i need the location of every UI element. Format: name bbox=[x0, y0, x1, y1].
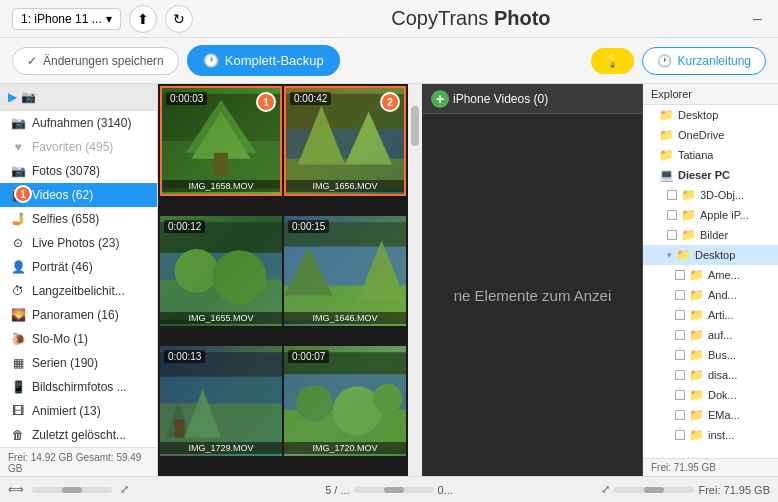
explorer-item-3dobj[interactable]: 📁 3D-Obj... bbox=[643, 185, 778, 205]
bulb-icon: 💡 bbox=[605, 54, 620, 68]
expand-right-icon[interactable]: ⤢ bbox=[601, 483, 610, 496]
explorer-item-dok[interactable]: 📁 Dok... bbox=[643, 385, 778, 405]
video-item-5[interactable]: 0:00:13 IMG_1729.MOV bbox=[160, 346, 282, 456]
refresh-icon[interactable]: ↻ bbox=[165, 5, 193, 33]
sidebar-item-panoramen[interactable]: 🌄 Panoramen (16) bbox=[0, 303, 157, 327]
device-label: 1: iPhone 11 ... bbox=[21, 12, 102, 26]
folder-icon: 📁 bbox=[676, 248, 691, 262]
checkbox[interactable] bbox=[675, 430, 685, 440]
video-duration-4: 0:00:15 bbox=[288, 220, 329, 233]
explorer-item-bilder[interactable]: 📁 Bilder bbox=[643, 225, 778, 245]
hint-button[interactable]: 💡 bbox=[591, 48, 634, 74]
folder-icon: 📁 bbox=[659, 128, 674, 142]
sidebar-item-videos[interactable]: 🎬 Videos (62) 1 bbox=[0, 183, 157, 207]
folder-icon: 📁 bbox=[659, 108, 674, 122]
explorer-item-dieserpc[interactable]: 💻 Dieser PC bbox=[643, 165, 778, 185]
video-item-4[interactable]: 0:00:15 IMG_1646.MOV bbox=[284, 216, 406, 326]
save-button[interactable]: ✓ Änderungen speichern bbox=[12, 47, 179, 75]
iphone-panel-label: iPhone Videos (0) bbox=[453, 92, 548, 106]
sidebar-item-livephotos[interactable]: ⊙ Live Photos (23) bbox=[0, 231, 157, 255]
checkbox[interactable] bbox=[675, 410, 685, 420]
explorer-item-ame[interactable]: 📁 Ame... bbox=[643, 265, 778, 285]
guide-button[interactable]: 🕐 Kurzanleitung bbox=[642, 47, 766, 75]
checkbox[interactable] bbox=[675, 310, 685, 320]
screenshot-icon: 📱 bbox=[10, 380, 26, 394]
backup-button[interactable]: 🕐 Komplett-Backup bbox=[187, 45, 340, 76]
horizontal-scrollbar-left[interactable] bbox=[32, 487, 112, 493]
scroll-thumb-left[interactable] bbox=[62, 487, 82, 493]
explorer-item-desktop[interactable]: 📁 Desktop bbox=[643, 105, 778, 125]
slomo-icon: 🐌 bbox=[10, 332, 26, 346]
minimize-button[interactable]: – bbox=[749, 10, 766, 28]
folder-icon: 📁 bbox=[689, 328, 704, 342]
checkbox[interactable] bbox=[675, 270, 685, 280]
video-badge-1: 1 bbox=[256, 92, 276, 112]
scroll-thumb-mid[interactable] bbox=[384, 487, 404, 493]
explorer-item-disa[interactable]: 📁 disa... bbox=[643, 365, 778, 385]
upload-icon[interactable]: ⬆ bbox=[129, 5, 157, 33]
explorer-item-onedrive[interactable]: 📁 OneDrive bbox=[643, 125, 778, 145]
svg-rect-22 bbox=[160, 377, 282, 404]
explorer-item-auf[interactable]: 📁 auf... bbox=[643, 325, 778, 345]
expand-icon[interactable]: ⤢ bbox=[120, 483, 129, 496]
phone-scrollbar[interactable] bbox=[408, 84, 422, 476]
panorama-icon: 🌄 bbox=[10, 308, 26, 322]
explorer-item-inst[interactable]: 📁 inst... bbox=[643, 425, 778, 445]
camera-switch-icon[interactable]: 📷 bbox=[21, 90, 36, 104]
tree-expand-icon[interactable]: ▾ bbox=[667, 250, 672, 260]
checkbox[interactable] bbox=[675, 370, 685, 380]
horizontal-scrollbar-right[interactable] bbox=[614, 487, 694, 493]
checkbox[interactable] bbox=[667, 210, 677, 220]
scroll-thumb-right[interactable] bbox=[644, 487, 664, 493]
sidebar-header: ▶ 📷 bbox=[0, 84, 157, 111]
sidebar-item-selfies[interactable]: 🤳 Selfies (658) bbox=[0, 207, 157, 231]
video-name-5: IMG_1729.MOV bbox=[160, 442, 282, 454]
sidebar-item-zuletztgeloescht[interactable]: 🗑 Zuletzt gelöscht... bbox=[0, 423, 157, 447]
explorer-item-arti[interactable]: 📁 Arti... bbox=[643, 305, 778, 325]
add-to-iphone-button[interactable]: + bbox=[431, 90, 449, 108]
svg-rect-4 bbox=[214, 153, 228, 177]
checkbox[interactable] bbox=[675, 350, 685, 360]
sidebar-item-slomo[interactable]: 🐌 Slo-Mo (1) bbox=[0, 327, 157, 351]
explorer-item-ema[interactable]: 📁 EMa... bbox=[643, 405, 778, 425]
checkbox[interactable] bbox=[675, 290, 685, 300]
checkbox[interactable] bbox=[675, 330, 685, 340]
video-item-2[interactable]: 0:00:42 IMG_1656.MOV 2 bbox=[284, 86, 406, 196]
explorer-item-and[interactable]: 📁 And... bbox=[643, 285, 778, 305]
sidebar-item-animiert[interactable]: 🎞 Animiert (13) bbox=[0, 399, 157, 423]
scroll-thumb[interactable] bbox=[411, 106, 419, 146]
status-left: ⟺ ⤢ bbox=[8, 483, 257, 496]
status-bar: ⟺ ⤢ 5 / ... 0... ⤢ Frei: 71.95 GB bbox=[0, 476, 778, 502]
video-name-6: IMG_1720.MOV bbox=[284, 442, 406, 454]
portrait-icon: 👤 bbox=[10, 260, 26, 274]
chevron-down-icon: ▾ bbox=[106, 12, 112, 26]
left-resize-icon[interactable]: ⟺ bbox=[8, 483, 24, 496]
sidebar-item-langzeit[interactable]: ⏱ Langzeitbelichit... bbox=[0, 279, 157, 303]
sidebar-item-favoriten[interactable]: ♥ Favoriten (495) bbox=[0, 135, 157, 159]
sidebar-item-bildschirm[interactable]: 📱 Bildschirmfotos ... bbox=[0, 375, 157, 399]
video-item-1[interactable]: 0:00:03 IMG_1658.MOV 1 bbox=[160, 86, 282, 196]
phone-panel: 0:00:03 IMG_1658.MOV 1 0:00:42 IMG_1656.… bbox=[158, 84, 423, 476]
checkbox[interactable] bbox=[667, 190, 677, 200]
video-item-6[interactable]: 0:00:07 IMG_1720.MOV bbox=[284, 346, 406, 456]
folder-icon: 📁 bbox=[689, 408, 704, 422]
checkbox[interactable] bbox=[667, 230, 677, 240]
sidebar-item-portrait[interactable]: 👤 Porträt (46) bbox=[0, 255, 157, 279]
sidebar-item-fotos[interactable]: 📷 Fotos (3078) bbox=[0, 159, 157, 183]
sidebar: ▶ 📷 📷 Aufnahmen (3140) ♥ Favoriten (495)… bbox=[0, 84, 158, 476]
storage-info: Frei: 14.92 GB Gesamt: 59.49 GB bbox=[0, 447, 157, 476]
explorer-item-desktop2[interactable]: ▾ 📁 Desktop bbox=[643, 245, 778, 265]
sidebar-item-serien[interactable]: ▦ Serien (190) bbox=[0, 351, 157, 375]
series-icon: ▦ bbox=[10, 356, 26, 370]
explorer-item-tatiana[interactable]: 📁 Tatiana bbox=[643, 145, 778, 165]
checkbox[interactable] bbox=[675, 390, 685, 400]
folder-icon: 📁 bbox=[689, 288, 704, 302]
explorer-item-bus[interactable]: 📁 Bus... bbox=[643, 345, 778, 365]
video-item-3[interactable]: 0:00:12 IMG_1655.MOV bbox=[160, 216, 282, 326]
sidebar-item-aufnahmen[interactable]: 📷 Aufnahmen (3140) bbox=[0, 111, 157, 135]
horizontal-scrollbar-mid[interactable] bbox=[354, 487, 434, 493]
folder-icon: 📁 bbox=[689, 308, 704, 322]
folder-icon: 📁 bbox=[689, 268, 704, 282]
explorer-item-appleiphone[interactable]: 📁 Apple iP... bbox=[643, 205, 778, 225]
device-selector[interactable]: 1: iPhone 11 ... ▾ bbox=[12, 8, 121, 30]
